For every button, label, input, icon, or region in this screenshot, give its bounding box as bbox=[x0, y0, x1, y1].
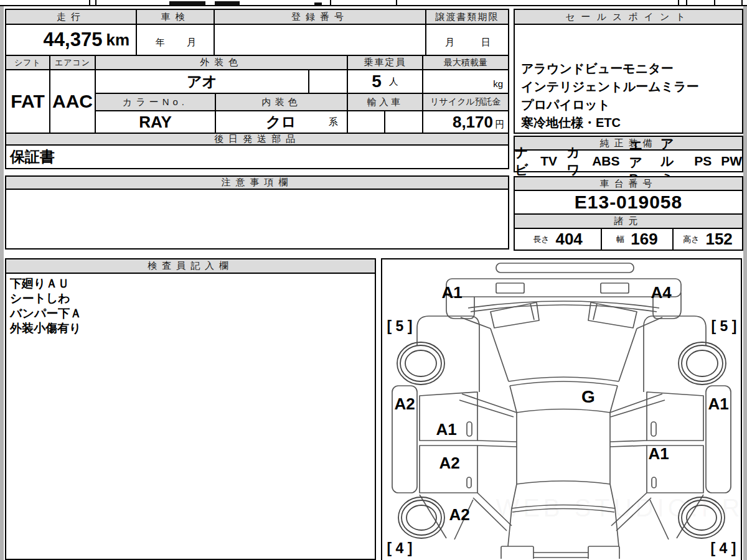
chassis-value: E13-019058 bbox=[514, 190, 743, 215]
inspector-line: 下廻りＡＵ bbox=[10, 276, 375, 291]
inspector-line: バンパー下Ａ bbox=[10, 306, 375, 321]
roof-strip bbox=[496, 263, 634, 273]
shift-value: FAT bbox=[5, 69, 50, 134]
chassis-header: 車台番号 bbox=[514, 176, 743, 191]
import-cell-1 bbox=[347, 110, 385, 134]
aircon-header: エアコン bbox=[49, 55, 96, 70]
import-header: 輸入車 bbox=[347, 93, 423, 111]
equipment-item: PS bbox=[694, 154, 712, 169]
equipment-header: 純正装備 bbox=[514, 136, 743, 151]
cutoff-glyph-fragment bbox=[215, 1, 240, 5]
equipment-item: TV bbox=[540, 154, 557, 169]
notes-box bbox=[5, 189, 509, 250]
equipment-item: ABS bbox=[592, 154, 619, 169]
spec-height: 高さ152 bbox=[672, 228, 743, 251]
inspector-header: 検査員記入欄 bbox=[5, 258, 376, 274]
later-parts-value: 保証書 bbox=[5, 144, 509, 169]
transfer-date-cell: 月日 bbox=[425, 24, 509, 56]
bumper-sensor-left bbox=[496, 283, 524, 293]
grade-label-door-right: A1 bbox=[648, 444, 669, 463]
grade-label-bumper-left: A1 bbox=[441, 283, 462, 302]
grade-label-rocker-right: A1 bbox=[708, 394, 728, 413]
car-diagram-box: WEB STUDIO.PRO A1 A4 G A2 A1 A1 A2 A1 A2… bbox=[381, 258, 742, 560]
grade-label-rocker-left: A2 bbox=[394, 394, 415, 413]
equipment-item: PW bbox=[721, 154, 742, 169]
transfer-deadline-header: 譲渡書類期限 bbox=[425, 9, 509, 25]
shift-header: シフト bbox=[5, 55, 50, 70]
tire-grade-rear-left: [ 4 ] bbox=[387, 540, 413, 556]
capacity-value: 5人 bbox=[347, 69, 423, 94]
color-no-header: カラーNo. bbox=[95, 93, 216, 111]
door-handle bbox=[467, 422, 472, 436]
tire-grade-rear-right: [ 4 ] bbox=[711, 540, 736, 556]
door-front-right bbox=[647, 392, 703, 441]
interior-color-header: 内装色 bbox=[215, 93, 348, 111]
exterior-color-value: アオ bbox=[95, 69, 309, 94]
aircon-value: AAC bbox=[49, 69, 96, 134]
cutoff-glyph-fragment bbox=[314, 2, 322, 5]
cutoff-row bbox=[0, 0, 747, 6]
recycle-value: 8,170円 bbox=[422, 110, 509, 134]
tire-grade-front-left: [ 5 ] bbox=[387, 318, 413, 334]
door-handle bbox=[651, 422, 656, 436]
cutoff-glyph-fragment bbox=[169, 1, 205, 5]
later-parts-header: 後日発送部品 bbox=[5, 133, 509, 146]
watermark: WEB STUDIO.PRO bbox=[496, 494, 741, 521]
grade-label-bumper-right: A4 bbox=[651, 283, 672, 302]
grade-label-quarter-left: A2 bbox=[449, 505, 469, 524]
shaken-header: 車検 bbox=[136, 9, 215, 25]
mileage-header: 走行 bbox=[5, 9, 137, 25]
spec-width: 幅169 bbox=[601, 228, 674, 251]
tire-grade-front-right: [ 5 ] bbox=[712, 318, 737, 334]
auction-sheet: 走行 車検 登録番号 譲渡書類期限 44,375km 年月 月日 シフト エアコ… bbox=[0, 0, 747, 560]
registration-value-cell bbox=[214, 24, 426, 56]
interior-color-value: クロ系 bbox=[215, 110, 348, 134]
grade-label-rear-door-left: A2 bbox=[439, 454, 459, 472]
car-diagram: WEB STUDIO.PRO A1 A4 G A2 A1 A1 A2 A1 A2… bbox=[382, 259, 741, 559]
roof-rear-edge bbox=[517, 481, 610, 484]
capacity-header: 乗車定員 bbox=[347, 55, 423, 70]
sales-point-line: アラウンドビューモニター bbox=[521, 60, 742, 78]
sales-point-line: 寒冷地仕様・ETC bbox=[521, 114, 742, 132]
sales-point-line: プロパイロット bbox=[521, 96, 742, 114]
inspector-box: 下廻りＡＵ シートしわ バンパー下Ａ 外装小傷有り bbox=[5, 273, 376, 560]
inspector-line: 外装小傷有り bbox=[10, 321, 375, 336]
scan-edge-left bbox=[0, 0, 4, 560]
bumper-sensor-right bbox=[601, 283, 629, 293]
exterior-color-header: 外装色 bbox=[95, 55, 348, 70]
windshield bbox=[510, 386, 517, 413]
exterior-color-extra-cell bbox=[308, 69, 348, 94]
sales-point-line: インテリジェントルームミラー bbox=[521, 78, 742, 96]
import-cell-2 bbox=[384, 110, 423, 134]
color-no-value: RAY bbox=[95, 110, 216, 134]
front-bumper bbox=[446, 279, 681, 297]
equipment-item: ナビ bbox=[515, 144, 531, 179]
grade-label-glass: G bbox=[581, 387, 595, 406]
equipment-item: カワ bbox=[566, 144, 583, 179]
scan-edge-right bbox=[743, 0, 747, 560]
registration-header: 登録番号 bbox=[214, 9, 426, 25]
sales-points-box: アラウンドビューモニター インテリジェントルームミラー プロパイロット 寒冷地仕… bbox=[514, 24, 743, 134]
sales-points-header: セールスポイント bbox=[514, 9, 743, 25]
inspector-line: シートしわ bbox=[10, 291, 375, 306]
equipment-row: ナビTVカワABSエアBアルミPSPW bbox=[514, 149, 743, 172]
spec-length: 長さ404 bbox=[514, 228, 602, 251]
specs-header: 諸元 bbox=[514, 213, 743, 229]
notes-header: 注意事項欄 bbox=[5, 175, 509, 190]
grade-label-front-door-left: A1 bbox=[436, 420, 456, 439]
headlight-left bbox=[491, 302, 539, 328]
shaken-date-cell: 年月 bbox=[136, 24, 215, 56]
recycle-header: リサイクル預託金 bbox=[422, 93, 509, 111]
max-load-value: kg bbox=[422, 69, 509, 94]
door-handle bbox=[467, 477, 471, 488]
mileage-value: 44,375km bbox=[5, 24, 137, 56]
max-load-header: 最大積載量 bbox=[422, 55, 509, 70]
door-handle bbox=[652, 477, 656, 488]
